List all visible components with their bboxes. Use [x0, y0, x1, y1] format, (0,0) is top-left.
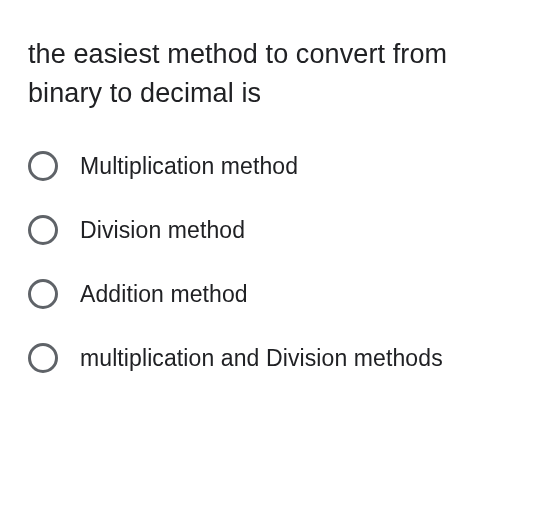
radio-icon [28, 151, 58, 181]
option-multiplication[interactable]: Multiplication method [28, 151, 525, 181]
option-multiplication-division[interactable]: multiplication and Division methods [28, 343, 525, 373]
option-label: Division method [80, 217, 245, 244]
question-text: the easiest method to convert from binar… [28, 35, 525, 113]
option-label: Addition method [80, 281, 248, 308]
radio-icon [28, 215, 58, 245]
option-division[interactable]: Division method [28, 215, 525, 245]
options-group: Multiplication method Division method Ad… [28, 151, 525, 373]
radio-icon [28, 343, 58, 373]
option-label: Multiplication method [80, 153, 298, 180]
option-label: multiplication and Division methods [80, 345, 443, 372]
option-addition[interactable]: Addition method [28, 279, 525, 309]
radio-icon [28, 279, 58, 309]
